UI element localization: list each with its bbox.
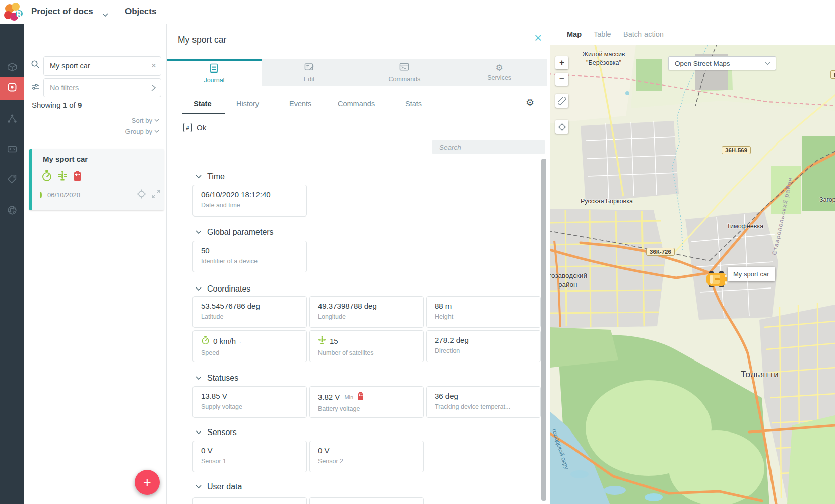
active-subtab-indicator [182, 113, 225, 114]
tab-table[interactable]: Table [594, 30, 611, 38]
tab-label: Commands [388, 76, 420, 83]
tab-label: Journal [204, 77, 224, 84]
objects-list-panel: × Showing 1 of 9 Sort by Group by My spo… [24, 24, 166, 504]
page-title: Objects [125, 7, 156, 17]
chevron-down-icon [154, 130, 159, 133]
add-object-button[interactable]: + [135, 470, 160, 495]
measure-button[interactable] [555, 94, 568, 108]
subtab-state[interactable]: State [194, 100, 211, 108]
subtab-events[interactable]: Events [289, 100, 311, 108]
app-logo[interactable]: R [2, 1, 25, 23]
sidebar-item-plugins[interactable] [0, 139, 24, 161]
tab-services[interactable]: ⚙ Services [452, 59, 547, 86]
sidebar-item-tags[interactable] [0, 169, 24, 191]
value-card[interactable]: 13.85 VSupply voltage [192, 386, 307, 418]
value-card-battery[interactable]: 3.82 VMin Battery voltage [309, 386, 424, 418]
value-card[interactable]: 0 VSensor 1 [192, 441, 307, 472]
value-card-satellites[interactable]: 15 Number of satellites [309, 330, 424, 362]
parameter-search-input[interactable] [432, 140, 545, 154]
value-card[interactable]: 49.37398788 degLongitude [309, 296, 424, 328]
detail-scrollbar[interactable] [541, 159, 546, 501]
online-status-dot [40, 192, 42, 198]
filter-icon [31, 82, 40, 93]
nav-rail [0, 24, 24, 504]
clear-search-icon[interactable]: × [151, 61, 156, 71]
map-tabs: Map Table Batch action [550, 24, 835, 45]
section-sensors[interactable]: Sensors [196, 428, 237, 437]
value-card[interactable]: 06/10/2020 18:12:40Date and time [192, 185, 307, 217]
tab-edit[interactable]: Edit [262, 59, 357, 86]
close-icon[interactable]: × [534, 31, 542, 44]
status-hash-icon: # [183, 123, 192, 132]
value-card[interactable]: 36 degTracking device temperat... [426, 386, 541, 418]
value-card[interactable]: 0 VSensor 2 [309, 441, 424, 472]
top-bar: R Project of docs Objects [0, 0, 835, 24]
locate-icon [558, 123, 566, 131]
journal-icon [209, 63, 219, 75]
project-switcher[interactable]: Project of docs [31, 7, 93, 17]
value-card[interactable]: 50Identifier of a device [192, 241, 307, 272]
device-status-row: # Ok [183, 123, 206, 132]
sidebar-item-objects[interactable] [0, 77, 24, 100]
sort-by-control[interactable]: Sort by [132, 117, 159, 124]
section-coordinates[interactable]: Coordinates [196, 284, 250, 294]
map-label-avtozavodsky: тозаводский [550, 272, 587, 279]
chevron-down-icon [765, 62, 770, 65]
section-global-parameters[interactable]: Global parameters [196, 228, 274, 237]
map-layer-select[interactable]: Open Street Maps [668, 56, 776, 70]
map-panel: Map Table Batch action [550, 24, 835, 504]
expand-icon[interactable] [151, 189, 161, 201]
status-text: Ok [197, 123, 206, 132]
objects-icon [7, 82, 17, 94]
sidebar-item-groups[interactable] [0, 109, 24, 131]
tab-batch-action[interactable]: Batch action [623, 30, 664, 38]
chevron-right-icon[interactable] [151, 84, 156, 93]
section-time[interactable]: Time [196, 172, 225, 181]
battery-low-icon [357, 392, 364, 402]
state-settings-gear-icon[interactable]: ⚙ [526, 97, 534, 108]
filters-box [43, 78, 161, 97]
locate-device-icon[interactable] [137, 189, 146, 201]
device-card[interactable]: My sport car 06/10/2020 [29, 149, 164, 210]
subtab-stats[interactable]: Stats [405, 100, 422, 108]
vehicle-marker[interactable] [704, 271, 729, 290]
tab-map[interactable]: Map [567, 30, 582, 38]
tab-label: Services [487, 74, 511, 81]
chevron-down-icon [102, 10, 108, 19]
value-card[interactable] [309, 497, 424, 504]
road-badge-36n569: 36Н-569 [722, 146, 751, 154]
zoom-out-button[interactable]: − [555, 73, 568, 86]
map-label-borkovka: Русская Борковка [581, 198, 633, 205]
value-card[interactable]: 88 mHeight [426, 296, 541, 328]
subtab-commands[interactable]: Commands [338, 100, 375, 108]
map-label-tolyatti: Тольятти [741, 370, 779, 380]
zoom-in-button[interactable]: + [555, 56, 568, 69]
tab-commands[interactable]: Commands [357, 59, 453, 86]
sidebar-item-geofences[interactable] [0, 200, 24, 223]
map-canvas[interactable]: + − Open Street Maps Жилой массив"Берёзо… [550, 45, 835, 504]
layer-select-value: Open Street Maps [675, 60, 730, 67]
value-card[interactable]: 278.2 degDirection [426, 330, 541, 362]
section-user-data[interactable]: User data [196, 482, 242, 491]
map-label-rayon: район [558, 281, 577, 289]
section-statuses[interactable]: Statuses [196, 374, 238, 383]
satellites-icon [57, 170, 68, 184]
chevron-down-icon [196, 287, 202, 291]
tab-label: Edit [304, 76, 315, 83]
edit-icon [304, 62, 314, 74]
svg-text:R: R [16, 10, 22, 19]
journal-subtabs: State History Events Commands Stats ⚙ [167, 96, 547, 117]
group-by-control[interactable]: Group by [125, 128, 159, 135]
search-icon [31, 60, 40, 71]
detail-main-tabs: Journal Edit Commands ⚙ Services [167, 59, 547, 86]
tab-journal[interactable]: Journal [167, 59, 262, 86]
value-card[interactable]: 53.54576786 degLatitude [192, 296, 307, 328]
filters-input[interactable] [44, 79, 161, 97]
value-card-speed[interactable]: 0 km/h. Speed [192, 330, 307, 362]
vehicle-marker-label[interactable]: My sport car [728, 267, 775, 281]
locate-button[interactable] [555, 120, 568, 134]
value-card[interactable] [192, 497, 307, 504]
subtab-history[interactable]: History [236, 100, 259, 108]
object-search-input[interactable] [44, 57, 161, 75]
object-search-box: × [43, 56, 161, 76]
